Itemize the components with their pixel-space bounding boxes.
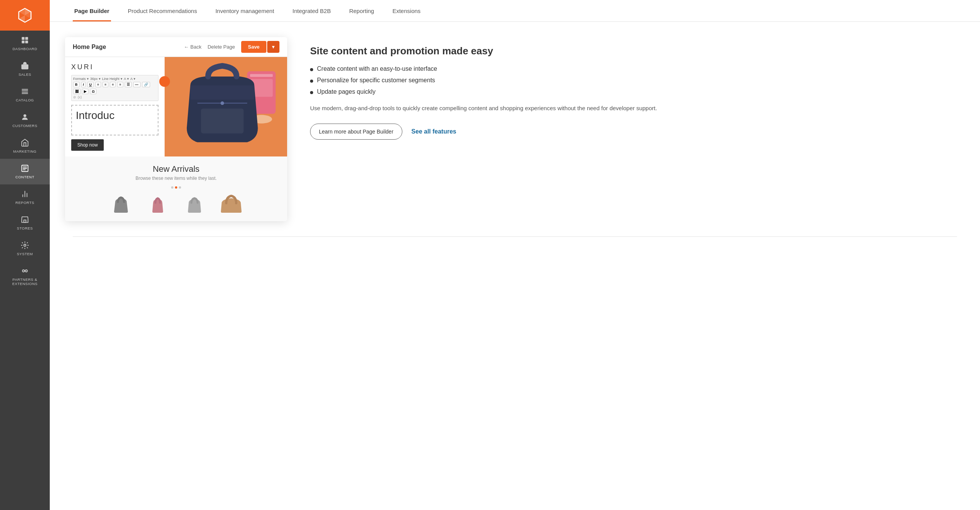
description-body: Use modern, drag-and-drop tools to quick… [310,104,957,113]
bold-btn[interactable]: B [73,82,80,87]
feature-text-1: Create content with an easy-to-use inter… [317,65,437,72]
system-icon [21,241,29,249]
italic-btn[interactable]: I [81,82,86,87]
indent-btn[interactable]: — [133,82,140,87]
customers-icon [21,113,29,121]
feature-item-2: Personalize for specific customer segmen… [310,77,957,84]
learn-more-button[interactable]: Learn more about Page Builder [310,124,402,140]
hero-text-area[interactable]: Introduc [71,105,158,135]
svg-point-13 [24,244,26,246]
product-thumb-4 [216,192,247,213]
product-bag-grey [109,194,132,213]
sidebar-item-catalog[interactable]: Catalog [0,82,50,108]
sidebar-item-dashboard[interactable]: Dashboard [0,31,50,56]
svg-rect-8 [25,41,28,43]
list-btn[interactable]: ☰ [125,82,132,87]
hero-image-area [165,57,287,156]
dot-active [175,186,177,189]
sidebar-item-label: Dashboard [13,47,38,51]
admin-bar-save-btn[interactable]: Save [241,41,266,53]
image-btn[interactable]: 🖼 [73,89,80,94]
svg-point-14 [23,270,25,272]
bottom-divider [73,236,957,237]
underline-btn[interactable]: U [87,82,94,87]
catalog-icon [21,87,29,96]
sidebar-item-label: System [17,252,33,256]
align-justify-btn[interactable]: ≡ [117,82,123,87]
magento-logo-icon [16,7,33,24]
description-panel: Site content and promotion made easy Cre… [310,37,957,140]
feature-text-2: Personalize for specific customer segmen… [317,77,435,84]
sidebar-item-stores[interactable]: Stores [0,210,50,236]
main-area: Page Builder Product Recommendations Inv… [50,0,980,510]
product-thumb-1 [106,192,136,213]
tab-extensions[interactable]: Extensions [391,0,422,21]
sidebar-item-label: Marketing [13,149,37,153]
admin-bar-title: Home Page [73,44,106,51]
sidebar-item-partners[interactable]: Partners & Extensions [0,261,50,291]
top-nav: Page Builder Product Recommendations Inv… [50,0,980,22]
sidebar-item-label: Reports [15,200,34,205]
new-arrivals-title: New Arrivals [73,164,279,174]
hero-store-name: XURI [71,63,158,71]
special-chars-btn[interactable]: Ω [90,89,96,94]
svg-point-15 [25,270,28,272]
sidebar: Dashboard Sales Catalog Customers Market… [0,0,50,510]
bullet-2 [310,80,313,83]
feature-text-3: Update pages quickly [317,88,376,95]
tab-page-builder[interactable]: Page Builder [73,0,111,21]
product-thumb-2 [142,192,173,213]
cta-row: Learn more about Page Builder See all fe… [310,124,957,140]
sidebar-item-label: Catalog [16,98,34,102]
sidebar-item-label: Customers [12,124,37,128]
sidebar-logo [0,0,50,31]
svg-rect-12 [24,220,26,222]
sidebar-item-system[interactable]: System [0,236,50,261]
svg-rect-6 [25,37,28,40]
tab-integrated-b2b[interactable]: Integrated B2B [291,0,332,21]
tab-reporting[interactable]: Reporting [348,0,376,21]
align-left-btn[interactable]: ≡ [95,82,101,87]
feature-item-1: Create content with an easy-to-use inter… [310,65,957,72]
sidebar-item-reports[interactable]: Reports [0,184,50,210]
dashboard-icon [21,36,29,44]
dot [179,186,181,189]
feature-item-3: Update pages quickly [310,88,957,95]
bag-illustration [165,57,287,156]
sidebar-item-label: Partners & Extensions [0,277,50,286]
svg-rect-21 [201,109,243,134]
dot [171,186,173,189]
hero-toolbar-row-misc: ⊘ (x) [73,95,157,99]
sidebar-item-label: Sales [18,72,31,77]
tab-inventory-management[interactable]: Inventory management [214,0,276,21]
media-btn[interactable]: ▶ [82,89,88,94]
partners-icon [21,267,29,275]
product-thumb-3 [179,192,210,213]
pagination-dots [73,186,279,189]
link-btn[interactable]: 🔗 [142,82,150,87]
new-arrivals-section: New Arrivals Browse these new items whil… [65,156,287,221]
align-right-btn[interactable]: ≡ [110,82,116,87]
sidebar-item-content[interactable]: Content [0,159,50,184]
admin-bar-back-link[interactable]: ← Back [184,44,201,50]
new-arrivals-products [73,192,279,213]
sales-icon [21,62,29,70]
see-all-features-link[interactable]: See all features [412,128,456,135]
product-bag-dark [183,194,206,213]
svg-point-20 [220,101,224,105]
admin-bar-delete-btn[interactable]: Delete Page [207,44,235,50]
svg-rect-5 [22,37,24,40]
sidebar-item-customers[interactable]: Customers [0,108,50,133]
hero-editor-panel: XURI Formats ▾ 36px ▾ Line Height ▾ A ▾ … [65,57,165,156]
svg-point-10 [23,114,26,117]
hero-toolbar: Formats ▾ 36px ▾ Line Height ▾ A ▾ A ▾ B… [71,75,158,101]
hero-shop-now-btn[interactable]: Shop now [71,139,104,151]
tab-product-recommendations[interactable]: Product Recommendations [126,0,199,21]
admin-bar-save-dropdown-btn[interactable]: ▼ [267,41,279,53]
sidebar-item-sales[interactable]: Sales [0,56,50,82]
sidebar-item-marketing[interactable]: Marketing [0,133,50,159]
align-center-btn[interactable]: ≡ [103,82,108,87]
svg-marker-4 [19,15,25,22]
new-arrivals-subtitle: Browse these new items while they last. [73,176,279,181]
reports-icon [21,190,29,198]
